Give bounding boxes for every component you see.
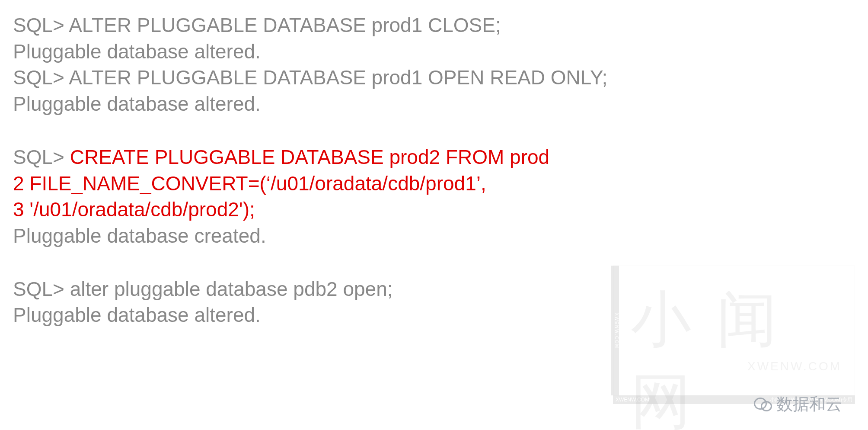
terminal-segment: 3 '/u01/oradata/cdb/prod2'); [13, 198, 255, 221]
terminal-line [13, 117, 855, 144]
terminal-segment: SQL> [13, 146, 70, 168]
footer-brand: 数据和云 [753, 393, 842, 415]
terminal-segment: SQL> alter pluggable database pdb2 open; [13, 278, 393, 300]
terminal-line: Pluggable database altered. [13, 39, 855, 65]
terminal-line: Pluggable database altered. [13, 302, 855, 328]
footer-brand-text: 数据和云 [776, 393, 842, 415]
terminal-segment: Pluggable database altered. [13, 304, 261, 326]
watermark-sub-text: XWENW.COM [747, 359, 842, 373]
terminal-line: SQL> alter pluggable database pdb2 open; [13, 276, 855, 302]
terminal-segment: Pluggable database altered. [13, 93, 261, 115]
terminal-line: SQL> ALTER PLUGGABLE DATABASE prod1 CLOS… [13, 12, 855, 39]
watermark-bar-left: XWENW.COM [616, 397, 649, 403]
terminal-segment: SQL> ALTER PLUGGABLE DATABASE prod1 OPEN… [13, 66, 607, 89]
wechat-icon [753, 395, 772, 414]
terminal-line: Pluggable database created. [13, 223, 855, 249]
sql-terminal-output: SQL> ALTER PLUGGABLE DATABASE prod1 CLOS… [0, 0, 868, 328]
terminal-segment: 2 FILE_NAME_CONVERT=(‘/u01/oradata/cdb/p… [13, 172, 486, 195]
terminal-line: SQL> ALTER PLUGGABLE DATABASE prod1 OPEN… [13, 64, 855, 91]
terminal-line [13, 249, 855, 276]
terminal-segment: CREATE PLUGGABLE DATABASE prod2 FROM pro… [70, 146, 549, 168]
terminal-line: 3 '/u01/oradata/cdb/prod2'); [13, 196, 855, 223]
terminal-line: SQL> CREATE PLUGGABLE DATABASE prod2 FRO… [13, 144, 855, 170]
terminal-segment: Pluggable database altered. [13, 40, 261, 63]
terminal-segment: SQL> ALTER PLUGGABLE DATABASE prod1 CLOS… [13, 14, 501, 36]
terminal-line: Pluggable database altered. [13, 91, 855, 117]
terminal-line: 2 FILE_NAME_CONVERT=(‘/u01/oradata/cdb/p… [13, 170, 855, 197]
terminal-segment: Pluggable database created. [13, 225, 266, 247]
